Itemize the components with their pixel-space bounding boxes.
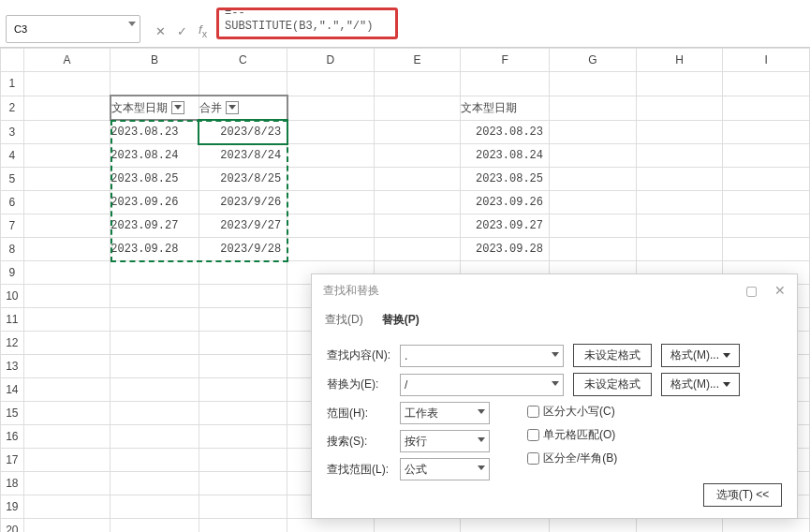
cell-I3[interactable]: [723, 120, 810, 144]
row-header-14[interactable]: 14: [1, 378, 24, 402]
cell-A16[interactable]: [23, 425, 110, 449]
formula-bar[interactable]: =--SUBSTITUTE(B3,".","/"): [219, 10, 395, 28]
cell-I2[interactable]: [723, 96, 810, 120]
cell-C18[interactable]: [199, 472, 287, 495]
cell-D5[interactable]: [287, 168, 375, 191]
col-header-B[interactable]: B: [110, 49, 199, 72]
cell-C10[interactable]: [199, 285, 287, 308]
col-header-E[interactable]: E: [374, 49, 461, 72]
cell-E20[interactable]: [374, 519, 461, 533]
row-header-15[interactable]: 15: [1, 402, 24, 425]
cell-C19[interactable]: [199, 495, 287, 519]
name-box-input[interactable]: [12, 22, 134, 36]
cell-A10[interactable]: [23, 285, 110, 308]
cell-E7[interactable]: [374, 214, 461, 238]
row-header-17[interactable]: 17: [1, 449, 24, 472]
cell-E1[interactable]: [374, 72, 461, 96]
cell-G1[interactable]: [550, 72, 637, 96]
cell-B16[interactable]: [110, 425, 199, 449]
cell-C8[interactable]: 2023/9/28: [199, 238, 287, 261]
cell-A20[interactable]: [23, 519, 110, 533]
cell-D6[interactable]: [287, 191, 375, 214]
cell-G4[interactable]: [550, 144, 637, 168]
cell-B9[interactable]: [110, 261, 199, 285]
col-header-D[interactable]: D: [287, 49, 375, 72]
cell-I1[interactable]: [723, 72, 810, 96]
cell-G6[interactable]: [550, 191, 637, 214]
cell-E8[interactable]: [374, 238, 461, 261]
cell-A14[interactable]: [23, 378, 110, 402]
cell-F20[interactable]: [461, 519, 550, 533]
col-header-H[interactable]: H: [636, 49, 723, 72]
cell-A17[interactable]: [23, 449, 110, 472]
cell-B13[interactable]: [110, 355, 199, 378]
cell-B3[interactable]: 2023.08.23: [110, 120, 199, 144]
cell-C14[interactable]: [199, 378, 287, 402]
cell-A13[interactable]: [23, 355, 110, 378]
cell-B6[interactable]: 2023.09.26: [110, 191, 199, 214]
cell-I20[interactable]: [723, 519, 810, 533]
row-header-18[interactable]: 18: [1, 472, 24, 495]
cell-H7[interactable]: [636, 214, 723, 238]
cell-A15[interactable]: [23, 402, 110, 425]
cell-H3[interactable]: [636, 120, 723, 144]
cell-E3[interactable]: [374, 120, 461, 144]
cell-A8[interactable]: [23, 238, 110, 261]
cell-I8[interactable]: [723, 238, 810, 261]
col-header-C[interactable]: C: [199, 49, 287, 72]
cell-H20[interactable]: [636, 519, 723, 533]
cell-I5[interactable]: [723, 168, 810, 191]
row-header-7[interactable]: 7: [1, 214, 24, 238]
cell-C13[interactable]: [199, 355, 287, 378]
row-header-11[interactable]: 11: [1, 308, 24, 332]
cell-B11[interactable]: [110, 308, 199, 332]
cell-G2[interactable]: [550, 96, 637, 120]
cell-B7[interactable]: 2023.09.27: [110, 214, 199, 238]
replace-format-button[interactable]: 格式(M)...: [661, 373, 740, 396]
row-header-16[interactable]: 16: [1, 425, 24, 449]
replace-with-input[interactable]: /: [400, 374, 564, 396]
select-all-corner[interactable]: [1, 49, 24, 72]
cell-G7[interactable]: [550, 214, 637, 238]
cell-A5[interactable]: [23, 168, 110, 191]
minimize-icon[interactable]: ▢: [745, 283, 758, 298]
cell-D8[interactable]: [287, 238, 375, 261]
find-format-button[interactable]: 格式(M)...: [661, 344, 740, 367]
row-header-13[interactable]: 13: [1, 355, 24, 378]
cell-A12[interactable]: [23, 332, 110, 355]
cell-C1[interactable]: [199, 72, 287, 96]
cell-A1[interactable]: [23, 72, 110, 96]
row-header-19[interactable]: 19: [1, 495, 24, 519]
cell-D3[interactable]: [287, 120, 375, 144]
replace-format-preview[interactable]: 未设定格式: [573, 373, 652, 396]
cell-A3[interactable]: [23, 120, 110, 144]
cell-C2[interactable]: 合并: [199, 96, 287, 120]
cell-H2[interactable]: [636, 96, 723, 120]
tab-find[interactable]: 查找(D): [325, 308, 363, 332]
confirm-edit-icon[interactable]: ✓: [177, 24, 187, 38]
cell-C15[interactable]: [199, 402, 287, 425]
cell-I7[interactable]: [723, 214, 810, 238]
filter-icon[interactable]: [171, 101, 184, 114]
cell-F8[interactable]: 2023.09.28: [461, 238, 550, 261]
cell-C4[interactable]: 2023/8/24: [199, 144, 287, 168]
cell-B2[interactable]: 文本型日期: [110, 96, 199, 120]
cell-D1[interactable]: [287, 72, 375, 96]
row-header-3[interactable]: 3: [1, 120, 24, 144]
row-header-8[interactable]: 8: [1, 238, 24, 261]
cell-B5[interactable]: 2023.08.25: [110, 168, 199, 191]
cell-B10[interactable]: [110, 285, 199, 308]
cell-D4[interactable]: [287, 144, 375, 168]
row-header-20[interactable]: 20: [1, 519, 24, 533]
cell-C20[interactable]: [199, 519, 287, 533]
cell-G5[interactable]: [550, 168, 637, 191]
cell-A9[interactable]: [23, 261, 110, 285]
lookin-select[interactable]: 公式: [400, 458, 490, 480]
cell-E6[interactable]: [374, 191, 461, 214]
cell-F5[interactable]: 2023.08.25: [461, 168, 550, 191]
cell-G8[interactable]: [550, 238, 637, 261]
cancel-edit-icon[interactable]: ✕: [155, 24, 166, 38]
row-header-2[interactable]: 2: [1, 96, 24, 120]
cell-B4[interactable]: 2023.08.24: [110, 144, 199, 168]
cell-C5[interactable]: 2023/8/25: [199, 168, 287, 191]
